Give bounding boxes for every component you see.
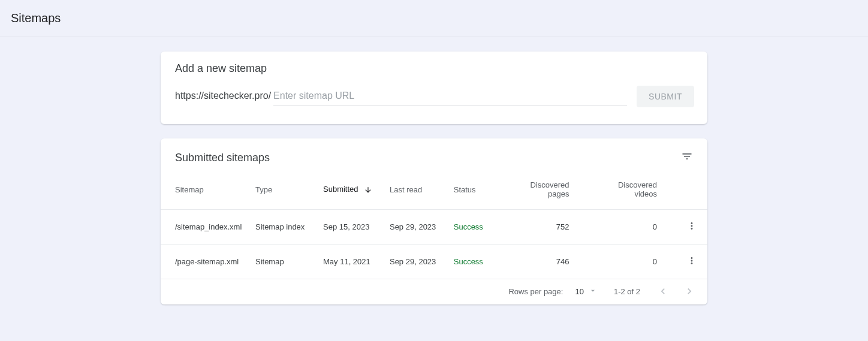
add-sitemap-body: https://sitechecker.pro/ SUBMIT	[161, 75, 707, 124]
cell-submitted: Sep 15, 2023	[318, 210, 385, 245]
cell-sitemap: /sitemap_index.xml	[161, 210, 251, 245]
table-header-row: Sitemap Type Submitted Last read Status …	[161, 171, 707, 210]
submitted-sitemaps-card: Submitted sitemaps Sitemap Type Submitte…	[161, 138, 707, 304]
rows-per-page-label: Rows per page:	[508, 287, 563, 296]
submitted-title: Submitted sitemaps	[175, 152, 270, 164]
pagination-range: 1-2 of 2	[614, 287, 640, 296]
col-sitemap[interactable]: Sitemap	[161, 171, 251, 210]
col-type[interactable]: Type	[251, 171, 318, 210]
more-vert-icon[interactable]	[686, 221, 697, 231]
table-row[interactable]: /page-sitemap.xml Sitemap May 11, 2021 S…	[161, 245, 707, 279]
cell-type: Sitemap index	[251, 210, 318, 245]
pagination-nav	[657, 285, 695, 297]
col-last-read[interactable]: Last read	[385, 171, 449, 210]
cell-videos: 0	[593, 245, 681, 279]
page-title: Sitemaps	[11, 11, 61, 25]
next-page-button[interactable]	[683, 285, 695, 297]
prev-page-button[interactable]	[657, 285, 669, 297]
filter-icon[interactable]	[681, 150, 693, 165]
rows-value-text: 10	[575, 287, 583, 296]
sitemap-url-input[interactable]	[273, 88, 627, 105]
sitemaps-table: Sitemap Type Submitted Last read Status …	[161, 171, 707, 279]
more-vert-icon[interactable]	[686, 255, 697, 266]
col-actions	[681, 171, 707, 210]
sitemap-input-wrapper: https://sitechecker.pro/	[175, 88, 627, 105]
page-header: Sitemaps	[0, 0, 868, 37]
cell-last-read: Sep 29, 2023	[385, 210, 449, 245]
dropdown-icon	[589, 286, 597, 297]
rows-per-page-value: 10	[575, 286, 596, 297]
content-area: Add a new sitemap https://sitechecker.pr…	[0, 37, 868, 319]
cell-type: Sitemap	[251, 245, 318, 279]
cell-submitted: May 11, 2021	[318, 245, 385, 279]
submitted-header: Submitted sitemaps	[161, 138, 707, 171]
cell-videos: 0	[593, 210, 681, 245]
cell-status: Success	[449, 245, 505, 279]
cell-last-read: Sep 29, 2023	[385, 245, 449, 279]
col-discovered-videos[interactable]: Discovered videos	[593, 171, 681, 210]
col-discovered-pages[interactable]: Discovered pages	[505, 171, 593, 210]
table-row[interactable]: /sitemap_index.xml Sitemap index Sep 15,…	[161, 210, 707, 245]
rows-per-page[interactable]: Rows per page: 10	[508, 286, 597, 297]
col-status[interactable]: Status	[449, 171, 505, 210]
cell-sitemap: /page-sitemap.xml	[161, 245, 251, 279]
col-submitted-label: Submitted	[323, 185, 358, 194]
arrow-down-icon	[364, 186, 372, 194]
pagination-bar: Rows per page: 10 1-2 of 2	[161, 279, 707, 304]
cell-status: Success	[449, 210, 505, 245]
url-prefix: https://sitechecker.pro/	[175, 90, 271, 101]
submit-button[interactable]: SUBMIT	[637, 86, 694, 107]
col-submitted[interactable]: Submitted	[318, 171, 385, 210]
cell-pages: 752	[505, 210, 593, 245]
cell-pages: 746	[505, 245, 593, 279]
add-sitemap-title: Add a new sitemap	[161, 52, 707, 75]
add-sitemap-card: Add a new sitemap https://sitechecker.pr…	[161, 52, 707, 124]
